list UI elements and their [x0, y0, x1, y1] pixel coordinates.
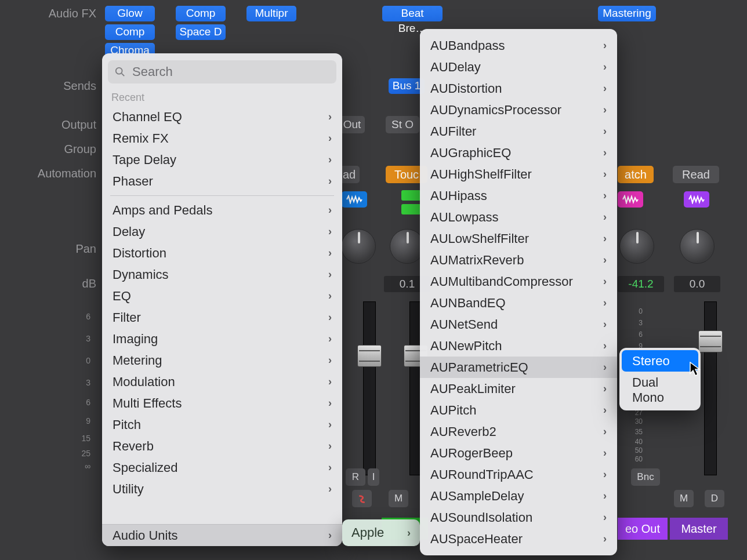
- au-augraphiceq[interactable]: AUGraphicEQ›: [420, 142, 617, 163]
- vendor-apple[interactable]: Apple›: [342, 522, 420, 544]
- au-auparametriceq[interactable]: AUParametricEQ›: [420, 357, 617, 378]
- automation-master-read[interactable]: Read: [673, 166, 719, 183]
- cat-imaging[interactable]: Imaging›: [102, 328, 342, 350]
- track-label-master[interactable]: Master: [670, 518, 728, 540]
- cat-utility[interactable]: Utility›: [102, 478, 342, 500]
- cat-pitch[interactable]: Pitch›: [102, 414, 342, 435]
- pan-knob-master[interactable]: [680, 229, 715, 264]
- label-pan: Pan: [9, 242, 96, 256]
- chevron-right-icon: ›: [328, 311, 332, 323]
- output-ch1[interactable]: Out: [339, 116, 365, 133]
- chevron-right-icon: ›: [603, 490, 607, 502]
- dim-button[interactable]: D: [705, 490, 724, 507]
- au-aulowshelffilter[interactable]: AULowShelfFilter›: [420, 228, 617, 249]
- fx-comp2[interactable]: Comp: [176, 6, 226, 21]
- cat-reverb[interactable]: Reverb›: [102, 435, 342, 457]
- au-audelay[interactable]: AUDelay›: [420, 56, 617, 78]
- send-bus1[interactable]: Bus 1: [389, 78, 425, 94]
- chevron-right-icon: ›: [603, 468, 607, 481]
- track-label-eo-out[interactable]: eo Out: [618, 518, 668, 540]
- pan-knob-ch4[interactable]: [390, 229, 425, 264]
- au-aunetsend[interactable]: AUNetSend›: [420, 314, 617, 335]
- chevron-right-icon: ›: [603, 39, 607, 52]
- fx-mastering[interactable]: Mastering: [598, 6, 656, 21]
- au-audynamicsprocessor[interactable]: AUDynamicsProcessor›: [420, 99, 617, 121]
- channel-mode-popup: Stereo Dual Mono: [619, 348, 701, 410]
- fx-search-field[interactable]: Search: [108, 60, 336, 83]
- waveform-icon: [622, 195, 639, 204]
- automation-ch6-latch[interactable]: atch: [618, 166, 654, 183]
- label-automation: Automation: [9, 167, 96, 180]
- pan-knob-ch6[interactable]: [619, 229, 654, 264]
- region-wave-master[interactable]: [684, 191, 709, 208]
- au-audistortion[interactable]: AUDistortion›: [420, 78, 617, 99]
- au-aulowpass[interactable]: AULowpass›: [420, 206, 617, 228]
- chevron-right-icon: ›: [603, 361, 607, 373]
- chevron-right-icon: ›: [603, 104, 607, 116]
- cat-dynamics[interactable]: Dynamics›: [102, 264, 342, 285]
- fx-multipr[interactable]: Multipr: [246, 6, 296, 21]
- au-aunbandeq[interactable]: AUNBandEQ›: [420, 292, 617, 314]
- au-aunewpitch[interactable]: AUNewPitch›: [420, 335, 617, 357]
- fx-beat-breaks[interactable]: Beat Bre…: [382, 6, 443, 21]
- cat-filter[interactable]: Filter›: [102, 307, 342, 328]
- au-aufilter[interactable]: AUFilter›: [420, 121, 617, 142]
- au-aumultibandcompressor[interactable]: AUMultibandCompressor›: [420, 271, 617, 292]
- db-value-ch6: -41.2: [618, 276, 664, 292]
- search-icon: [115, 67, 125, 77]
- cat-delay[interactable]: Delay›: [102, 221, 342, 242]
- chevron-right-icon: ›: [603, 82, 607, 94]
- chevron-right-icon: ›: [603, 383, 607, 395]
- region-wave-ch6[interactable]: [618, 191, 643, 208]
- output-ch2[interactable]: St O: [386, 116, 419, 133]
- au-aubandpass[interactable]: AUBandpass›: [420, 35, 617, 56]
- green-indicator-1[interactable]: [401, 190, 421, 201]
- au-auhipass[interactable]: AUHipass›: [420, 185, 617, 206]
- recent-remix-fx[interactable]: Remix FX›: [102, 128, 342, 149]
- au-aureverb2[interactable]: AUReverb2›: [420, 421, 617, 442]
- menu-divider: [110, 195, 334, 196]
- recent-tape-delay[interactable]: Tape Delay›: [102, 149, 342, 170]
- chevron-right-icon: ›: [328, 461, 332, 474]
- au-aumatrixreverb[interactable]: AUMatrixReverb›: [420, 249, 617, 271]
- fx-search-placeholder: Search: [132, 64, 173, 79]
- channel-mode-stereo[interactable]: Stereo: [622, 350, 698, 372]
- chevron-right-icon: ›: [328, 483, 332, 495]
- au-ausampledelay[interactable]: AUSampleDelay›: [420, 485, 617, 507]
- fx-glow[interactable]: Glow: [105, 6, 155, 21]
- recent-phaser[interactable]: Phaser›: [102, 170, 342, 192]
- au-auspaceheater[interactable]: AUSpaceHeater›: [420, 528, 617, 550]
- fx-picker-popup: Search Recent Channel EQ› Remix FX› Tape…: [102, 53, 342, 546]
- mute-button-master[interactable]: M: [674, 490, 694, 507]
- cat-audio-units[interactable]: Audio Units›: [102, 524, 342, 546]
- solo-button[interactable]: [352, 490, 372, 507]
- bounce-button[interactable]: Bnc: [631, 468, 660, 486]
- au-aurogerbeep[interactable]: AURogerBeep›: [420, 442, 617, 464]
- fx-comp1[interactable]: Comp: [105, 24, 155, 40]
- mute-button-ch4[interactable]: M: [389, 490, 408, 507]
- chevron-right-icon: ›: [328, 247, 332, 259]
- au-ausoundisolation[interactable]: AUSoundIsolation›: [420, 507, 617, 528]
- cat-metering[interactable]: Metering›: [102, 350, 342, 371]
- au-auroundtripaac[interactable]: AURoundTripAAC›: [420, 464, 617, 485]
- cat-distortion[interactable]: Distortion›: [102, 242, 342, 264]
- au-aupitch[interactable]: AUPitch›: [420, 399, 617, 421]
- green-indicator-2[interactable]: [401, 204, 421, 214]
- chevron-right-icon: ›: [603, 511, 607, 523]
- channel-mode-dual-mono[interactable]: Dual Mono: [622, 372, 698, 408]
- cat-multi-effects[interactable]: Multi Effects›: [102, 392, 342, 414]
- fx-spaced[interactable]: Space D: [176, 24, 226, 40]
- cat-amps-and-pedals[interactable]: Amps and Pedals›: [102, 199, 342, 221]
- cat-eq[interactable]: EQ›: [102, 285, 342, 307]
- input-monitor-button[interactable]: I: [368, 468, 379, 486]
- au-auhighshelffilter[interactable]: AUHighShelfFilter›: [420, 163, 617, 185]
- au-aupeaklimiter[interactable]: AUPeakLimiter›: [420, 378, 617, 399]
- cat-modulation[interactable]: Modulation›: [102, 371, 342, 392]
- chevron-right-icon: ›: [328, 440, 332, 452]
- cat-specialized[interactable]: Specialized›: [102, 457, 342, 478]
- waveform-icon: [688, 195, 705, 204]
- pan-knob-ch1[interactable]: [341, 229, 376, 264]
- recent-channel-eq[interactable]: Channel EQ›: [102, 106, 342, 128]
- record-enable-button[interactable]: R: [346, 468, 365, 486]
- region-wave-ch1[interactable]: [342, 191, 367, 208]
